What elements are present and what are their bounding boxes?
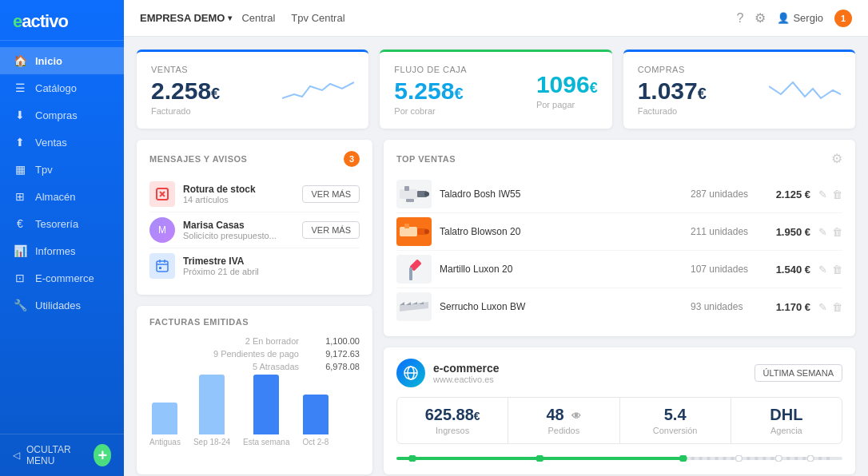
stock-ver-mas-button[interactable]: VER MÁS (302, 185, 360, 203)
ecom-header: e-commerce www.eactivo.es ÚLTIMA SEMANA (396, 359, 842, 387)
sidebar-item-label: Informes (35, 245, 76, 257)
marisa-ver-mas-button[interactable]: VER MÁS (302, 221, 360, 239)
ingresos-label: Ingresos (408, 426, 496, 435)
svg-marker-22 (412, 302, 417, 304)
delete-icon-1[interactable]: 🗑 (832, 226, 842, 238)
delete-icon-2[interactable]: 🗑 (832, 264, 842, 276)
topbar-link-tpv[interactable]: Tpv Central (285, 12, 351, 24)
sales-icon: ⬆ (13, 136, 27, 149)
ventas-sub: Facturado (151, 106, 220, 116)
flujo-pagar-value: 1096€ (536, 71, 598, 98)
agencia-value: DHL (743, 406, 830, 424)
empresa-selector[interactable]: EMPRESA DEMO ▾ (140, 12, 232, 24)
ventas-value: 2.258€ (151, 77, 220, 105)
sidebar-nav: 🏠 Inicio ☰ Catálogo ⬇ Compras ⬆ Ventas ▦… (0, 41, 124, 434)
sidebar-item-catalogo[interactable]: ☰ Catálogo (0, 74, 124, 101)
top-ventas-header: TOP VENTAS ⚙ (396, 151, 842, 166)
sidebar: eactivo 🏠 Inicio ☰ Catálogo ⬇ Compras ⬆ … (0, 0, 124, 476)
tpv-icon: ▦ (13, 163, 27, 176)
stock-sub: 14 artículos (183, 195, 294, 204)
product-units-0: 287 unidades (691, 188, 755, 200)
sidebar-item-informes[interactable]: 📊 Informes (0, 237, 124, 264)
invoices-card: FACTURAS EMITIDAS 2 En borrador 1,100.00… (137, 306, 372, 474)
svg-point-33 (735, 455, 742, 462)
ecom-stat-pedidos: 48 👁 Pedidos (508, 398, 619, 443)
kpi-row: VENTAS 2.258€ Facturado FLUJO DE CAJA 5.… (137, 50, 855, 129)
svg-point-32 (679, 455, 687, 462)
late-value: 6,978.08 (312, 362, 360, 371)
iva-sub: Próximo 21 de abril (183, 267, 360, 276)
sidebar-item-compras[interactable]: ⬇ Compras (0, 101, 124, 129)
flujo-label: FLUJO DE CAJA (394, 65, 467, 74)
sidebar-item-almacen[interactable]: ⊞ Almacén (0, 183, 124, 210)
ultima-semana-button[interactable]: ÚLTIMA SEMANA (755, 364, 842, 382)
product-name-0: Taladro Bosh IW55 (440, 188, 683, 200)
sidebar-item-label: Ventas (35, 137, 67, 149)
sidebar-item-ventas[interactable]: ⬆ Ventas (0, 129, 124, 156)
cart-icon: ⬇ (13, 109, 27, 121)
sidebar-item-utilidades[interactable]: 🔧 Utilidades (0, 292, 124, 319)
sidebar-item-inicio[interactable]: 🏠 Inicio (0, 47, 124, 74)
flujo-cobrar-sub: Por cobrar (394, 106, 467, 116)
compras-label: COMPRAS (638, 65, 707, 74)
sidebar-item-label: Inicio (35, 55, 62, 67)
bar-antiguas-bar (152, 403, 177, 434)
product-name-3: Serrucho Luxon BW (440, 301, 683, 312)
topbar-link-central[interactable]: Central (235, 12, 281, 24)
user-menu[interactable]: 👤 Sergio (777, 12, 823, 24)
invoices-header: FACTURAS EMITIDAS (149, 317, 360, 327)
draft-value: 1,100.00 (312, 336, 360, 346)
home-icon: 🏠 (13, 54, 27, 67)
compras-sub: Facturado (638, 106, 707, 116)
sidebar-item-tesoreria[interactable]: € Tesorería (0, 210, 124, 237)
product-item-2: Martillo Luxon 20 107 unidades 1.540 € ✎… (396, 251, 842, 288)
kpi-compras: COMPRAS 1.037€ Facturado (623, 50, 855, 129)
ecom-stat-conversion: 5.4 Conversión (620, 398, 731, 443)
progress-svg (396, 455, 842, 462)
marisa-avatar: M (149, 217, 175, 243)
product-actions-3: ✎ 🗑 (818, 301, 842, 313)
warehouse-icon: ⊞ (13, 190, 27, 203)
progress-bar (396, 455, 842, 462)
catalog-icon: ☰ (13, 81, 27, 94)
svg-point-31 (536, 455, 543, 462)
invoice-row-late: 5 Atrasadas 6,978.08 (149, 362, 360, 371)
product-actions-2: ✎ 🗑 (818, 264, 842, 276)
help-icon[interactable]: ? (737, 11, 744, 26)
edit-icon-2[interactable]: ✎ (818, 264, 827, 276)
pedidos-value: 48 👁 (520, 406, 607, 424)
stock-icon (149, 181, 175, 207)
hide-menu-label: OCULTAR MENU (26, 444, 84, 466)
sidebar-item-tpv[interactable]: ▦ Tpv (0, 156, 124, 183)
edit-icon-3[interactable]: ✎ (818, 301, 827, 313)
sidebar-item-ecommerce[interactable]: ⊡ E-commerce (0, 264, 124, 292)
gear-icon[interactable]: ⚙ (755, 10, 766, 26)
product-img-saw (396, 292, 432, 321)
delete-icon-0[interactable]: 🗑 (832, 188, 842, 200)
notification-badge[interactable]: 1 (834, 10, 852, 27)
settings-icon[interactable]: ⚙ (831, 151, 842, 166)
edit-icon-0[interactable]: ✎ (818, 188, 827, 200)
reports-icon: 📊 (13, 244, 27, 257)
stock-content: Rotura de stock 14 artículos (183, 184, 294, 204)
svg-rect-18 (409, 268, 412, 280)
ecom-stat-agencia: DHL Agencia (731, 398, 842, 443)
messages-badge: 3 (344, 151, 360, 167)
sidebar-footer[interactable]: ◁ OCULTAR MENU + (0, 434, 124, 476)
topbar: EMPRESA DEMO ▾ Central Tpv Central ? ⚙ 👤… (124, 0, 868, 37)
topbar-icons: ? ⚙ 👤 Sergio 1 (737, 10, 852, 27)
svg-rect-7 (159, 267, 161, 269)
add-button[interactable]: + (94, 444, 111, 466)
treasury-icon: € (13, 217, 27, 230)
edit-icon-1[interactable]: ✎ (818, 226, 827, 238)
sidebar-item-label: Compras (35, 109, 78, 121)
user-name-label: Sergio (793, 12, 823, 24)
tools-icon: 🔧 (13, 299, 27, 311)
bar-antiguas-label: Antiguas (149, 438, 181, 446)
marisa-sub: Solicícito presupuesto... (183, 231, 294, 240)
delete-icon-3[interactable]: 🗑 (832, 301, 842, 313)
ecommerce-icon: ⊡ (13, 272, 27, 284)
svg-marker-20 (400, 302, 404, 305)
svg-rect-10 (404, 186, 409, 191)
ecom-name: e-commerce (433, 362, 500, 375)
